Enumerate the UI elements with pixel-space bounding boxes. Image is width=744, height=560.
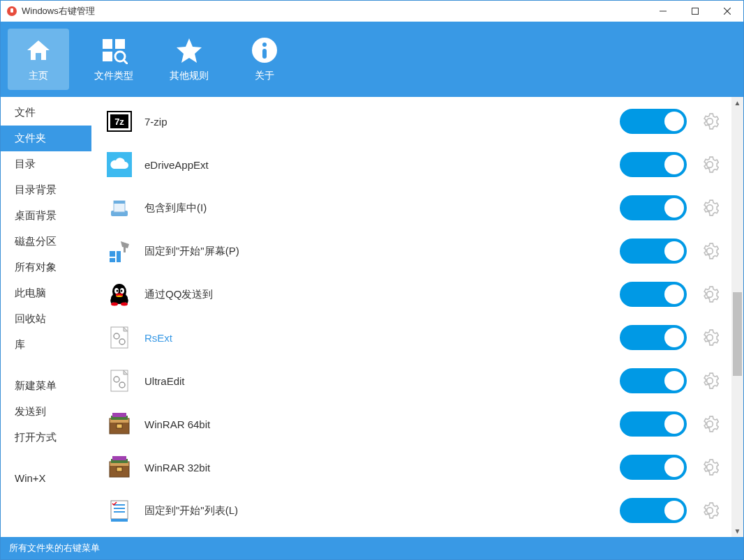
main-panel: 7z 7-zip eDriveAppExt <box>91 97 743 537</box>
sidebar-item-all-objects[interactable]: 所有对象 <box>1 255 91 280</box>
svg-point-30 <box>121 290 123 292</box>
sidebar-item-this-pc[interactable]: 此电脑 <box>1 280 91 306</box>
toolbar-home[interactable]: 主页 <box>8 29 69 90</box>
list-item: eDriveAppExt <box>91 143 731 186</box>
toolbar: 主页 文件类型 其他规则 关于 <box>1 22 743 97</box>
gear-icon[interactable] <box>701 112 719 130</box>
svg-rect-44 <box>112 413 126 417</box>
toolbar-about-label: 关于 <box>255 70 274 82</box>
pin-list-icon <box>107 498 132 523</box>
toolbar-other[interactable]: 其他规则 <box>158 29 220 90</box>
toggle-switch[interactable] <box>620 411 687 437</box>
svg-rect-51 <box>117 467 122 471</box>
info-icon <box>251 36 278 64</box>
list-item: 固定到"开始"列表(L) <box>91 489 731 532</box>
toolbar-filetype[interactable]: 文件类型 <box>83 29 144 90</box>
star-icon <box>175 36 203 64</box>
item-label: 包含到库中(I) <box>144 202 620 215</box>
maximize-button[interactable] <box>679 1 711 22</box>
toggle-switch[interactable] <box>620 239 687 264</box>
sidebar: 文件 文件夹 目录 目录背景 桌面背景 磁盘分区 所有对象 此电脑 回收站 库 … <box>1 97 91 537</box>
item-label: 固定到"开始"列表(L) <box>144 504 620 517</box>
window-title: Windows右键管理 <box>22 5 647 17</box>
toolbar-about[interactable]: 关于 <box>234 29 295 90</box>
winrar-icon <box>107 411 132 437</box>
home-icon <box>24 36 52 64</box>
toggle-switch[interactable] <box>620 368 687 393</box>
context-menu-list: 7z 7-zip eDriveAppExt <box>91 97 731 537</box>
vertical-scrollbar[interactable]: ▲ ▼ <box>731 97 743 537</box>
svg-point-33 <box>121 303 128 306</box>
qq-icon <box>107 282 132 307</box>
list-item: 包含到库中(I) <box>91 186 731 229</box>
svg-rect-52 <box>111 501 128 519</box>
svg-point-29 <box>117 290 119 292</box>
svg-rect-24 <box>124 247 126 252</box>
list-item: UltraEdit <box>91 359 731 402</box>
toggle-switch[interactable] <box>620 455 687 480</box>
gear-icon[interactable] <box>701 415 719 433</box>
gear-icon[interactable] <box>701 242 719 260</box>
toolbar-filetype-label: 文件类型 <box>94 70 133 82</box>
item-label: WinRAR 32bit <box>144 462 620 474</box>
titlebar: Windows右键管理 <box>1 1 743 22</box>
list-item: 通过QQ发送到 <box>91 273 731 316</box>
sidebar-item-directory[interactable]: 目录 <box>1 151 91 177</box>
item-label: 7-zip <box>144 116 620 128</box>
svg-rect-21 <box>110 251 115 257</box>
svg-line-10 <box>124 60 128 64</box>
app-icon <box>6 6 17 17</box>
list-item: WinRAR 32bit <box>91 446 731 489</box>
gear-icon[interactable] <box>701 501 719 520</box>
sidebar-item-send-to[interactable]: 发送到 <box>1 399 91 425</box>
item-label: RsExt <box>144 332 620 344</box>
cloud-icon <box>107 152 132 177</box>
gear-icon[interactable] <box>701 199 719 217</box>
gear-icon[interactable] <box>701 372 719 390</box>
sidebar-item-new-menu[interactable]: 新建菜单 <box>1 373 91 399</box>
toggle-switch[interactable] <box>620 195 687 220</box>
sidebar-item-dir-bg[interactable]: 目录背景 <box>1 177 91 203</box>
item-label: eDriveAppExt <box>144 159 620 171</box>
sidebar-item-open-with[interactable]: 打开方式 <box>1 425 91 451</box>
svg-point-9 <box>115 52 125 61</box>
gear-icon[interactable] <box>701 156 719 174</box>
gears-doc-icon <box>107 368 132 393</box>
toggle-switch[interactable] <box>620 152 687 177</box>
list-item: 固定到"开始"屏幕(P) <box>91 229 731 273</box>
gears-doc-icon <box>107 325 132 350</box>
toggle-switch[interactable] <box>620 109 687 134</box>
svg-rect-22 <box>110 258 115 262</box>
item-label: UltraEdit <box>144 375 620 387</box>
toggle-switch[interactable] <box>620 282 687 307</box>
svg-rect-45 <box>117 424 122 428</box>
svg-rect-7 <box>115 39 125 49</box>
scroll-down-icon[interactable]: ▼ <box>731 525 743 537</box>
svg-rect-13 <box>262 49 267 59</box>
sidebar-item-disk[interactable]: 磁盘分区 <box>1 229 91 255</box>
svg-text:7z: 7z <box>114 116 124 127</box>
svg-rect-1 <box>10 8 13 13</box>
gear-icon[interactable] <box>701 458 719 476</box>
item-label: 固定到"开始"屏幕(P) <box>144 245 620 258</box>
svg-rect-50 <box>112 456 126 460</box>
svg-point-12 <box>262 43 267 47</box>
scroll-up-icon[interactable]: ▲ <box>731 97 743 109</box>
svg-rect-6 <box>103 39 112 49</box>
sidebar-item-desktop-bg[interactable]: 桌面背景 <box>1 203 91 229</box>
close-button[interactable] <box>711 1 743 22</box>
sidebar-item-library[interactable]: 库 <box>1 332 91 358</box>
toggle-switch[interactable] <box>620 325 687 350</box>
scroll-thumb[interactable] <box>733 292 742 376</box>
7z-icon: 7z <box>107 109 132 134</box>
sidebar-item-recycle[interactable]: 回收站 <box>1 306 91 332</box>
pin-start-icon <box>107 239 132 264</box>
gear-icon[interactable] <box>701 328 719 347</box>
gear-icon[interactable] <box>701 285 719 303</box>
minimize-button[interactable] <box>647 1 679 22</box>
sidebar-item-file[interactable]: 文件 <box>1 100 91 126</box>
toggle-switch[interactable] <box>620 498 687 523</box>
winrar-icon <box>107 455 132 480</box>
sidebar-item-winx[interactable]: Win+X <box>1 466 91 490</box>
sidebar-item-folder[interactable]: 文件夹 <box>1 126 91 151</box>
